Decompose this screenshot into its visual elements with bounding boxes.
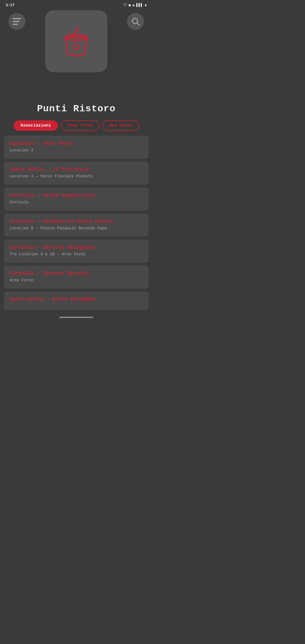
list-item-subtitle: Location 3 – Parco Fluviale Ponente bbox=[10, 174, 143, 179]
shield-status-icon: 🛡 bbox=[123, 3, 127, 7]
status-icons: 🛡 ▣ ▲ ▌▌▌ ▮ bbox=[123, 3, 147, 7]
svg-rect-2 bbox=[13, 24, 18, 25]
list-item-title: Spinello – Area Feste bbox=[10, 141, 143, 146]
list-item-title: Santa Sofia – La Frutteria bbox=[10, 167, 143, 172]
tab-associazioni[interactable]: Associazioni bbox=[14, 120, 58, 131]
svg-rect-0 bbox=[13, 18, 21, 19]
wifi-status-icon: ▲ bbox=[132, 3, 135, 7]
bottom-bar bbox=[0, 313, 152, 321]
svg-line-7 bbox=[137, 23, 139, 25]
hero-card bbox=[45, 10, 107, 72]
list-item[interactable]: Corniolo – Osteria RomagnolaTra Location… bbox=[4, 240, 149, 263]
signal-status-icon: ▌▌▌ bbox=[136, 3, 143, 7]
menu-button[interactable] bbox=[8, 13, 25, 30]
list-item-title: Corniolo – Piadineria della Piazza bbox=[10, 219, 143, 224]
list-item-subtitle: Area Feste bbox=[10, 278, 143, 282]
list-item-title: Santa Sofia – Risto BaraONDA bbox=[10, 297, 143, 302]
header bbox=[0, 10, 152, 33]
list-section: Spinello – Area FesteLocation 3Santa Sof… bbox=[0, 136, 152, 310]
list-item-subtitle: Corniolo bbox=[10, 200, 143, 204]
list-item-subtitle: Location 8 – Piazza Pasquale Secondo Pap… bbox=[10, 226, 143, 230]
bottom-indicator bbox=[59, 317, 93, 318]
tab-del-paese[interactable]: Del Paese bbox=[103, 120, 139, 131]
title-section: Punti Ristoro bbox=[0, 103, 152, 117]
tab-food-truck[interactable]: Food Truck bbox=[61, 120, 100, 131]
battery-status-icon: ▮ bbox=[145, 3, 147, 7]
tabs-row: Associazioni Food Truck Del Paese bbox=[0, 117, 152, 134]
status-time: 3:17 bbox=[6, 3, 14, 7]
list-item-title: Corniolo – Chiosco Baretto bbox=[10, 271, 143, 276]
list-item-subtitle: Tra Location 9 e 10 – Area Feste bbox=[10, 252, 143, 256]
list-item-title: Corniolo – Osteria Romagnola bbox=[10, 245, 143, 250]
list-item[interactable]: Corniolo – Chiosco BarettoArea Feste bbox=[4, 266, 149, 289]
list-item[interactable]: Corniolo – Stand VegetarianoCorniolo bbox=[4, 188, 149, 211]
list-item-title: Corniolo – Stand Vegetariano bbox=[10, 193, 143, 198]
page-title: Punti Ristoro bbox=[6, 103, 147, 114]
status-bar: 3:17 🛡 ▣ ▲ ▌▌▌ ▮ bbox=[0, 0, 152, 10]
list-item[interactable]: Spinello – Area FesteLocation 3 bbox=[4, 136, 149, 159]
list-item[interactable]: Corniolo – Piadineria della PiazzaLocati… bbox=[4, 214, 149, 237]
list-item-subtitle: Location 3 bbox=[10, 148, 143, 153]
list-item[interactable]: Santa Sofia – La FrutteriaLocation 3 – P… bbox=[4, 162, 149, 185]
drink-cup-icon bbox=[58, 23, 95, 60]
list-item[interactable]: Santa Sofia – Risto BaraONDA bbox=[4, 291, 149, 310]
svg-point-5 bbox=[73, 44, 79, 50]
svg-rect-1 bbox=[13, 21, 19, 22]
doc-status-icon: ▣ bbox=[128, 3, 131, 7]
search-button[interactable] bbox=[127, 13, 144, 30]
